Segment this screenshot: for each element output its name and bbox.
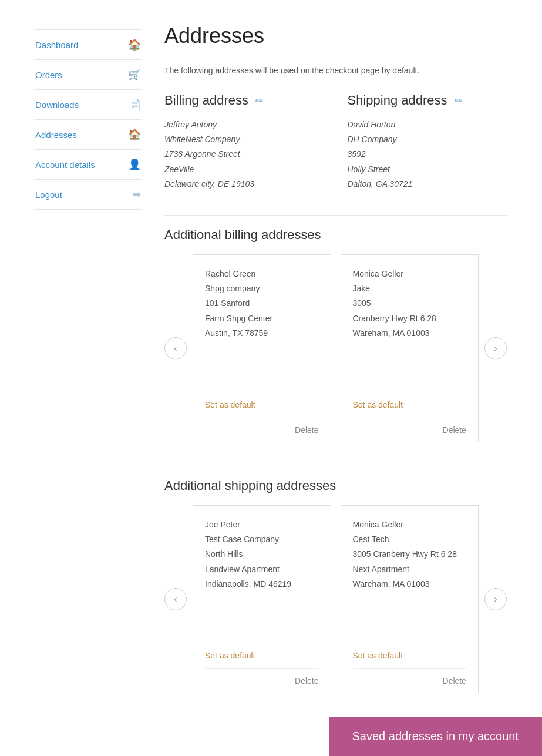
billing-card-0-state-zip: Austin, TX 78759 bbox=[205, 326, 319, 341]
billing-card-1-set-default[interactable]: Set as default bbox=[353, 392, 467, 418]
billing-card-0-street: 101 Sanford bbox=[205, 296, 319, 311]
billing-card-1-delete[interactable]: Delete bbox=[353, 418, 467, 442]
billing-carousel: ‹ Rachel Green Shpg company 101 Sanford … bbox=[164, 254, 507, 442]
billing-card-0-text: Rachel Green Shpg company 101 Sanford Fa… bbox=[205, 267, 319, 392]
shipping-card-0-state-zip: Indianapolis, MD 46219 bbox=[205, 577, 319, 592]
sidebar-item-account-details[interactable]: Account details 👤 bbox=[35, 150, 141, 180]
address-columns: Billing address ✏ Jeffrey Antony WhiteNe… bbox=[164, 93, 507, 191]
account-details-icon: 👤 bbox=[128, 158, 141, 171]
shipping-card-0-company: Test Case Company bbox=[205, 532, 319, 547]
shipping-card-0-text: Joe Peter Test Case Company North Hills … bbox=[205, 518, 319, 643]
intro-text: The following addresses will be used on … bbox=[164, 66, 507, 75]
shipping-card-1-city: Next Apartment bbox=[353, 562, 467, 577]
billing-carousel-next[interactable]: › bbox=[484, 337, 507, 359]
billing-card-1: Monica Geller Jake 3005 Cranberry Hwy Rt… bbox=[341, 254, 479, 442]
billing-card-1-name: Monica Geller bbox=[353, 267, 467, 281]
sidebar-label-logout: Logout bbox=[35, 190, 62, 200]
shipping-city: Holly Street bbox=[348, 162, 507, 177]
billing-card-1-state-zip: Wareham, MA 01003 bbox=[353, 326, 467, 341]
shipping-name: David Horton bbox=[348, 117, 507, 132]
billing-address-header: Billing address ✏ bbox=[164, 93, 324, 108]
billing-card-0-delete[interactable]: Delete bbox=[205, 418, 319, 442]
billing-card-0: Rachel Green Shpg company 101 Sanford Fa… bbox=[193, 254, 331, 442]
billing-card-1-company: Jake bbox=[353, 281, 467, 296]
sidebar-label-dashboard: Dashboard bbox=[35, 40, 78, 50]
sidebar: Dashboard 🏠 Orders 🛒 Downloads 📄 Address… bbox=[35, 23, 141, 756]
shipping-address-col: Shipping address ✏ David Horton DH Compa… bbox=[348, 93, 507, 191]
billing-cards: Rachel Green Shpg company 101 Sanford Fa… bbox=[193, 254, 479, 442]
additional-billing-heading: Additional billing addresses bbox=[164, 215, 507, 243]
shipping-edit-icon[interactable]: ✏ bbox=[455, 95, 462, 106]
downloads-icon: 📄 bbox=[128, 98, 141, 111]
shipping-carousel-next[interactable]: › bbox=[484, 588, 507, 610]
shipping-card-1-delete[interactable]: Delete bbox=[353, 668, 467, 693]
shipping-card-1-name: Monica Geller bbox=[353, 518, 467, 532]
shipping-card-0-delete[interactable]: Delete bbox=[205, 668, 319, 693]
billing-carousel-prev[interactable]: ‹ bbox=[164, 337, 187, 359]
sidebar-label-addresses: Addresses bbox=[35, 130, 77, 140]
shipping-card-1-company: Cest Tech bbox=[353, 532, 467, 547]
billing-address-col: Billing address ✏ Jeffrey Antony WhiteNe… bbox=[164, 93, 324, 191]
shipping-carousel-prev[interactable]: ‹ bbox=[164, 588, 187, 610]
shipping-card-1-text: Monica Geller Cest Tech 3005 Cranberry H… bbox=[353, 518, 467, 643]
shipping-address-header: Shipping address ✏ bbox=[348, 93, 507, 108]
sidebar-label-account-details: Account details bbox=[35, 160, 95, 170]
billing-city: ZeeVille bbox=[164, 162, 324, 177]
billing-edit-icon[interactable]: ✏ bbox=[255, 95, 263, 106]
orders-icon: 🛒 bbox=[128, 68, 141, 81]
dashboard-icon: 🏠 bbox=[128, 38, 141, 51]
footer-banner[interactable]: Saved addresses in my account bbox=[329, 717, 543, 756]
billing-name: Jeffrey Antony bbox=[164, 117, 324, 132]
shipping-card-0-city: Landview Apartment bbox=[205, 562, 319, 577]
shipping-card-0-name: Joe Peter bbox=[205, 518, 319, 532]
billing-card-0-company: Shpg company bbox=[205, 281, 319, 296]
shipping-cards: Joe Peter Test Case Company North Hills … bbox=[193, 505, 479, 693]
page-title: Addresses bbox=[164, 23, 507, 48]
main-content: Addresses The following addresses will b… bbox=[164, 23, 507, 756]
billing-card-1-street: 3005 bbox=[353, 296, 467, 311]
shipping-company: DH Company bbox=[348, 132, 507, 147]
sidebar-label-downloads: Downloads bbox=[35, 100, 79, 110]
billing-card-1-city: Cranberry Hwy Rt 6 28 bbox=[353, 311, 467, 326]
shipping-card-1-street: 3005 Cranberry Hwy Rt 6 28 bbox=[353, 547, 467, 562]
billing-address-heading: Billing address bbox=[164, 93, 248, 108]
sidebar-item-logout[interactable]: Logout ➡ bbox=[35, 180, 141, 210]
addresses-icon: 🏠 bbox=[128, 128, 141, 141]
shipping-card-1: Monica Geller Cest Tech 3005 Cranberry H… bbox=[341, 505, 479, 693]
shipping-street: 3592 bbox=[348, 147, 507, 162]
shipping-carousel: ‹ Joe Peter Test Case Company North Hill… bbox=[164, 505, 507, 693]
billing-street: 1738 Argonne Street bbox=[164, 147, 324, 162]
billing-card-1-text: Monica Geller Jake 3005 Cranberry Hwy Rt… bbox=[353, 267, 467, 392]
sidebar-item-addresses[interactable]: Addresses 🏠 bbox=[35, 120, 141, 150]
shipping-card-0: Joe Peter Test Case Company North Hills … bbox=[193, 505, 331, 693]
billing-state-zip: Delaware city, DE 19103 bbox=[164, 177, 324, 191]
sidebar-item-orders[interactable]: Orders 🛒 bbox=[35, 60, 141, 90]
shipping-card-1-set-default[interactable]: Set as default bbox=[353, 643, 467, 668]
shipping-state-zip: Dalton, GA 30721 bbox=[348, 177, 507, 191]
billing-company: WhiteNest Company bbox=[164, 132, 324, 147]
shipping-address-heading: Shipping address bbox=[348, 93, 447, 108]
billing-card-0-set-default[interactable]: Set as default bbox=[205, 392, 319, 418]
sidebar-item-downloads[interactable]: Downloads 📄 bbox=[35, 90, 141, 120]
sidebar-label-orders: Orders bbox=[35, 70, 62, 80]
logout-icon: ➡ bbox=[132, 188, 141, 201]
billing-address-text: Jeffrey Antony WhiteNest Company 1738 Ar… bbox=[164, 117, 324, 191]
shipping-card-0-street: North Hills bbox=[205, 547, 319, 562]
shipping-address-text: David Horton DH Company 3592 Holly Stree… bbox=[348, 117, 507, 191]
additional-shipping-heading: Additional shipping addresses bbox=[164, 466, 507, 493]
shipping-card-1-state-zip: Wareham, MA 01003 bbox=[353, 577, 467, 592]
billing-card-0-name: Rachel Green bbox=[205, 267, 319, 281]
billing-card-0-city: Farm Shpg Center bbox=[205, 311, 319, 326]
sidebar-item-dashboard[interactable]: Dashboard 🏠 bbox=[35, 29, 141, 60]
shipping-card-0-set-default[interactable]: Set as default bbox=[205, 643, 319, 668]
